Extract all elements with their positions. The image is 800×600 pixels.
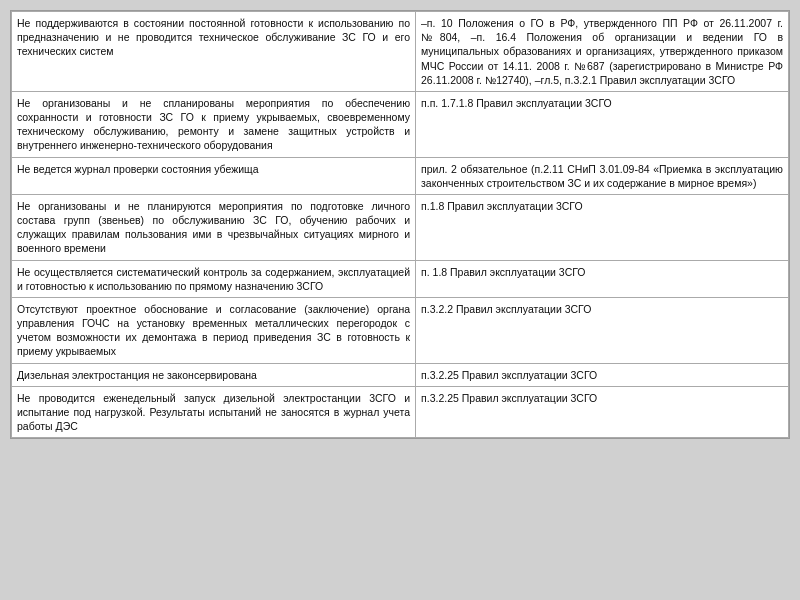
table-row: Не поддерживаются в состоянии постоянной… — [12, 12, 789, 92]
violations-table: Не поддерживаются в состоянии постоянной… — [11, 11, 789, 438]
violation-description: Не проводится еженедельный запуск дизель… — [12, 386, 416, 438]
table-row: Дизельная электростанция не законсервиро… — [12, 363, 789, 386]
violation-description: Не организованы и не планируются меропри… — [12, 194, 416, 260]
table-row: Не организованы и не спланированы меропр… — [12, 91, 789, 157]
violation-reference: п.3.2.2 Правил эксплуатации 3СГО — [416, 297, 789, 363]
table-row: Не проводится еженедельный запуск дизель… — [12, 386, 789, 438]
table-row: Не осуществляется систематический контро… — [12, 260, 789, 297]
violation-description: Не ведется журнал проверки состояния убе… — [12, 157, 416, 194]
violation-reference: п.1.8 Правил эксплуатации 3СГО — [416, 194, 789, 260]
table-row: Не организованы и не планируются меропри… — [12, 194, 789, 260]
violation-description: Не организованы и не спланированы меропр… — [12, 91, 416, 157]
table-row: Не ведется журнал проверки состояния убе… — [12, 157, 789, 194]
violation-description: Не поддерживаются в состоянии постоянной… — [12, 12, 416, 92]
violation-description: Отсутствуют проектное обоснование и согл… — [12, 297, 416, 363]
violation-reference: п.п. 1.7.1.8 Правил эксплуатации 3СГО — [416, 91, 789, 157]
violation-reference: п. 1.8 Правил эксплуатации 3СГО — [416, 260, 789, 297]
violation-description: Не осуществляется систематический контро… — [12, 260, 416, 297]
violation-description: Дизельная электростанция не законсервиро… — [12, 363, 416, 386]
violation-reference: п.3.2.25 Правил эксплуатации 3СГО — [416, 386, 789, 438]
main-table-container: Не поддерживаются в состоянии постоянной… — [10, 10, 790, 439]
violation-reference: п.3.2.25 Правил эксплуатации 3СГО — [416, 363, 789, 386]
violation-reference: –п. 10 Положения о ГО в РФ, утвержденног… — [416, 12, 789, 92]
table-row: Отсутствуют проектное обоснование и согл… — [12, 297, 789, 363]
violation-reference: прил. 2 обязательное (п.2.11 СНиП 3.01.0… — [416, 157, 789, 194]
